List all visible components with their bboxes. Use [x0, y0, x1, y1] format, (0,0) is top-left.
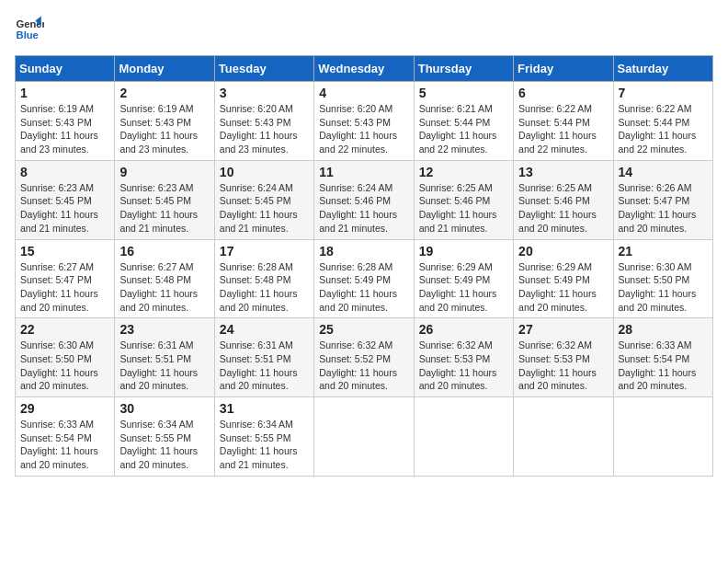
- calendar-day-30: 30 Sunrise: 6:34 AMSunset: 5:55 PMDaylig…: [115, 397, 214, 477]
- day-info: Sunrise: 6:29 AMSunset: 5:49 PMDaylight:…: [518, 261, 597, 313]
- day-number: 1: [20, 86, 109, 100]
- calendar-day-26: 26 Sunrise: 6:32 AMSunset: 5:53 PMDaylig…: [414, 318, 513, 397]
- day-number: 3: [220, 86, 309, 100]
- day-number: 31: [220, 401, 309, 416]
- calendar-day-3: 3 Sunrise: 6:20 AMSunset: 5:43 PMDayligh…: [214, 82, 313, 161]
- day-number: 17: [220, 244, 309, 259]
- day-info: Sunrise: 6:28 AMSunset: 5:49 PMDaylight:…: [319, 261, 397, 313]
- day-number: 4: [319, 86, 408, 100]
- day-info: Sunrise: 6:32 AMSunset: 5:52 PMDaylight:…: [319, 339, 397, 391]
- svg-text:Blue: Blue: [17, 29, 39, 40]
- calendar-day-31: 31 Sunrise: 6:34 AMSunset: 5:55 PMDaylig…: [214, 397, 313, 477]
- calendar-week-2: 8 Sunrise: 6:23 AMSunset: 5:45 PMDayligh…: [16, 160, 713, 239]
- day-info: Sunrise: 6:32 AMSunset: 5:53 PMDaylight:…: [518, 339, 597, 391]
- weekday-header-friday: Friday: [514, 56, 613, 82]
- day-info: Sunrise: 6:27 AMSunset: 5:48 PMDaylight:…: [119, 261, 198, 313]
- day-number: 27: [518, 322, 608, 337]
- empty-cell: [414, 397, 513, 477]
- day-info: Sunrise: 6:25 AMSunset: 5:46 PMDaylight:…: [518, 182, 597, 234]
- calendar-day-27: 27 Sunrise: 6:32 AMSunset: 5:53 PMDaylig…: [514, 318, 613, 397]
- calendar-week-5: 29 Sunrise: 6:33 AMSunset: 5:54 PMDaylig…: [16, 397, 713, 477]
- day-number: 29: [20, 401, 109, 416]
- day-number: 5: [419, 86, 508, 100]
- calendar-day-8: 8 Sunrise: 6:23 AMSunset: 5:45 PMDayligh…: [16, 160, 115, 239]
- day-number: 22: [20, 322, 109, 337]
- day-number: 25: [319, 322, 408, 337]
- day-number: 20: [518, 244, 608, 259]
- day-info: Sunrise: 6:23 AMSunset: 5:45 PMDaylight:…: [20, 182, 98, 234]
- day-info: Sunrise: 6:34 AMSunset: 5:55 PMDaylight:…: [119, 419, 198, 470]
- calendar-day-11: 11 Sunrise: 6:24 AMSunset: 5:46 PMDaylig…: [314, 160, 414, 239]
- day-info: Sunrise: 6:20 AMSunset: 5:43 PMDaylight:…: [220, 103, 298, 155]
- calendar-day-29: 29 Sunrise: 6:33 AMSunset: 5:54 PMDaylig…: [16, 397, 115, 477]
- calendar-day-6: 6 Sunrise: 6:22 AMSunset: 5:44 PMDayligh…: [514, 82, 613, 161]
- calendar-day-5: 5 Sunrise: 6:21 AMSunset: 5:44 PMDayligh…: [414, 82, 513, 161]
- day-info: Sunrise: 6:27 AMSunset: 5:47 PMDaylight:…: [20, 261, 98, 313]
- day-info: Sunrise: 6:32 AMSunset: 5:53 PMDaylight:…: [419, 339, 497, 391]
- day-info: Sunrise: 6:24 AMSunset: 5:46 PMDaylight:…: [319, 182, 397, 234]
- calendar-week-4: 22 Sunrise: 6:30 AMSunset: 5:50 PMDaylig…: [16, 318, 713, 397]
- day-number: 12: [419, 165, 508, 179]
- day-number: 15: [20, 244, 109, 259]
- calendar-day-9: 9 Sunrise: 6:23 AMSunset: 5:45 PMDayligh…: [115, 160, 214, 239]
- calendar-week-3: 15 Sunrise: 6:27 AMSunset: 5:47 PMDaylig…: [16, 239, 713, 318]
- calendar-day-19: 19 Sunrise: 6:29 AMSunset: 5:49 PMDaylig…: [414, 239, 513, 318]
- weekday-header-tuesday: Tuesday: [214, 56, 313, 82]
- day-number: 13: [518, 165, 608, 179]
- day-number: 26: [419, 322, 508, 337]
- day-number: 23: [119, 322, 209, 337]
- weekday-header-saturday: Saturday: [613, 56, 712, 82]
- calendar-day-2: 2 Sunrise: 6:19 AMSunset: 5:43 PMDayligh…: [115, 82, 214, 161]
- page-header: General Blue: [15, 15, 713, 44]
- calendar-day-7: 7 Sunrise: 6:22 AMSunset: 5:44 PMDayligh…: [613, 82, 712, 161]
- day-info: Sunrise: 6:22 AMSunset: 5:44 PMDaylight:…: [518, 103, 597, 155]
- day-info: Sunrise: 6:29 AMSunset: 5:49 PMDaylight:…: [419, 261, 497, 313]
- day-info: Sunrise: 6:25 AMSunset: 5:46 PMDaylight:…: [419, 182, 497, 234]
- day-info: Sunrise: 6:19 AMSunset: 5:43 PMDaylight:…: [119, 103, 198, 155]
- calendar-day-1: 1 Sunrise: 6:19 AMSunset: 5:43 PMDayligh…: [16, 82, 115, 161]
- day-info: Sunrise: 6:24 AMSunset: 5:45 PMDaylight:…: [220, 182, 298, 234]
- calendar-day-13: 13 Sunrise: 6:25 AMSunset: 5:46 PMDaylig…: [514, 160, 613, 239]
- calendar-day-12: 12 Sunrise: 6:25 AMSunset: 5:46 PMDaylig…: [414, 160, 513, 239]
- day-number: 28: [619, 322, 708, 337]
- calendar-day-23: 23 Sunrise: 6:31 AMSunset: 5:51 PMDaylig…: [115, 318, 214, 397]
- day-number: 2: [119, 86, 209, 100]
- weekday-header-sunday: Sunday: [16, 56, 115, 82]
- day-number: 19: [419, 244, 508, 259]
- day-info: Sunrise: 6:31 AMSunset: 5:51 PMDaylight:…: [119, 339, 198, 391]
- calendar-table: SundayMondayTuesdayWednesdayThursdayFrid…: [15, 55, 713, 477]
- calendar-day-21: 21 Sunrise: 6:30 AMSunset: 5:50 PMDaylig…: [613, 239, 712, 318]
- weekday-header-thursday: Thursday: [414, 56, 513, 82]
- calendar-day-4: 4 Sunrise: 6:20 AMSunset: 5:43 PMDayligh…: [314, 82, 414, 161]
- day-number: 7: [619, 86, 708, 100]
- day-info: Sunrise: 6:31 AMSunset: 5:51 PMDaylight:…: [220, 339, 298, 391]
- day-info: Sunrise: 6:34 AMSunset: 5:55 PMDaylight:…: [220, 419, 298, 470]
- day-info: Sunrise: 6:33 AMSunset: 5:54 PMDaylight:…: [20, 419, 98, 470]
- calendar-header-row: SundayMondayTuesdayWednesdayThursdayFrid…: [16, 56, 713, 82]
- calendar-week-1: 1 Sunrise: 6:19 AMSunset: 5:43 PMDayligh…: [16, 82, 713, 161]
- calendar-day-15: 15 Sunrise: 6:27 AMSunset: 5:47 PMDaylig…: [16, 239, 115, 318]
- calendar-day-16: 16 Sunrise: 6:27 AMSunset: 5:48 PMDaylig…: [115, 239, 214, 318]
- empty-cell: [514, 397, 613, 477]
- day-info: Sunrise: 6:26 AMSunset: 5:47 PMDaylight:…: [619, 182, 697, 234]
- logo-icon: General Blue: [15, 15, 44, 44]
- calendar-day-22: 22 Sunrise: 6:30 AMSunset: 5:50 PMDaylig…: [16, 318, 115, 397]
- weekday-header-wednesday: Wednesday: [314, 56, 414, 82]
- day-info: Sunrise: 6:21 AMSunset: 5:44 PMDaylight:…: [419, 103, 497, 155]
- calendar-day-18: 18 Sunrise: 6:28 AMSunset: 5:49 PMDaylig…: [314, 239, 414, 318]
- day-info: Sunrise: 6:33 AMSunset: 5:54 PMDaylight:…: [619, 339, 697, 391]
- day-info: Sunrise: 6:22 AMSunset: 5:44 PMDaylight:…: [619, 103, 697, 155]
- day-info: Sunrise: 6:20 AMSunset: 5:43 PMDaylight:…: [319, 103, 397, 155]
- calendar-day-14: 14 Sunrise: 6:26 AMSunset: 5:47 PMDaylig…: [613, 160, 712, 239]
- day-info: Sunrise: 6:19 AMSunset: 5:43 PMDaylight:…: [20, 103, 98, 155]
- day-number: 21: [619, 244, 708, 259]
- calendar-day-17: 17 Sunrise: 6:28 AMSunset: 5:48 PMDaylig…: [214, 239, 313, 318]
- empty-cell: [314, 397, 414, 477]
- day-info: Sunrise: 6:30 AMSunset: 5:50 PMDaylight:…: [20, 339, 98, 391]
- calendar-day-10: 10 Sunrise: 6:24 AMSunset: 5:45 PMDaylig…: [214, 160, 313, 239]
- day-number: 14: [619, 165, 708, 179]
- day-info: Sunrise: 6:23 AMSunset: 5:45 PMDaylight:…: [119, 182, 198, 234]
- calendar-day-24: 24 Sunrise: 6:31 AMSunset: 5:51 PMDaylig…: [214, 318, 313, 397]
- calendar-day-20: 20 Sunrise: 6:29 AMSunset: 5:49 PMDaylig…: [514, 239, 613, 318]
- day-number: 11: [319, 165, 408, 179]
